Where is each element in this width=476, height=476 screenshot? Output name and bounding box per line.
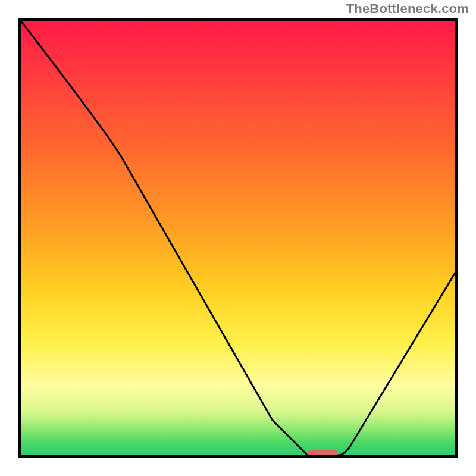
plot-area <box>18 18 458 458</box>
bottleneck-curve <box>21 21 455 455</box>
optimal-range-marker <box>308 450 338 456</box>
chart-container: TheBottleneck.com <box>0 0 476 476</box>
watermark-text: TheBottleneck.com <box>346 1 469 17</box>
